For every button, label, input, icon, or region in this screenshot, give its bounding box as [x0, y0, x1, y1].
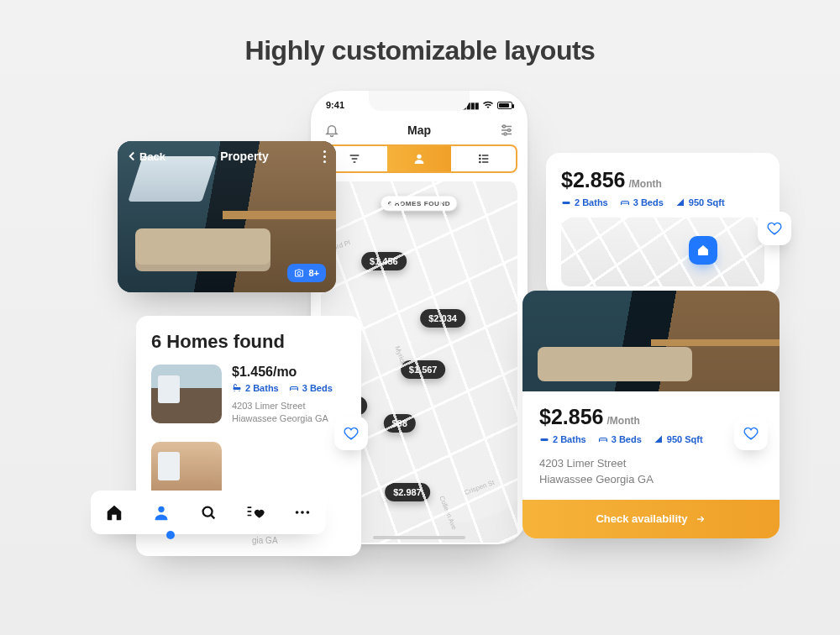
- price-pin[interactable]: $1.567: [401, 360, 446, 379]
- tab-indicator-dot: [166, 531, 175, 539]
- beds-spec: 3 Beds: [598, 434, 642, 444]
- tab-favorites[interactable]: [246, 503, 265, 522]
- check-availability-button[interactable]: Check availability: [522, 500, 780, 538]
- svg-point-11: [296, 511, 299, 514]
- back-button[interactable]: Back: [128, 150, 165, 163]
- tab-home[interactable]: [105, 503, 123, 522]
- cta-label: Check availability: [596, 512, 687, 525]
- photo-count-badge[interactable]: 8+: [287, 264, 326, 282]
- peek-text: gia GA: [252, 536, 278, 545]
- tab-search[interactable]: [199, 503, 218, 522]
- price-pin[interactable]: $1.456: [361, 252, 407, 270]
- baths-spec: 2 Baths: [561, 197, 608, 207]
- listing-hero-photo: [522, 291, 780, 391]
- listing-address: 4203 Limer Street Hiawassee Georgia GA: [539, 456, 763, 488]
- baths-spec: 2 Baths: [539, 434, 586, 444]
- map-street-label: Crispen St: [464, 479, 496, 496]
- beds-spec: 3 Beds: [289, 383, 333, 393]
- listing-map-preview[interactable]: [561, 218, 764, 286]
- tab-bar: [91, 491, 326, 534]
- svg-point-4: [479, 155, 480, 155]
- svg-point-3: [417, 155, 421, 159]
- svg-point-9: [158, 506, 164, 512]
- homes-found-chip: 6 HOMES FOUND: [381, 196, 458, 212]
- svg-point-5: [479, 158, 480, 159]
- price-pin[interactable]: $88: [383, 414, 415, 433]
- back-label: Back: [139, 150, 165, 163]
- price-pin[interactable]: $2.987: [385, 483, 430, 501]
- map-pin-icon: [689, 236, 717, 265]
- price-pin[interactable]: $2.034: [420, 309, 465, 328]
- svg-point-0: [503, 125, 506, 128]
- svg-point-7: [297, 272, 301, 276]
- svg-point-2: [504, 133, 507, 135]
- tab-profile[interactable]: [152, 503, 171, 522]
- map-street-label: Colleen Ave: [438, 495, 458, 531]
- baths-spec: 2 Baths: [232, 383, 279, 393]
- filter-user-button[interactable]: [387, 146, 452, 171]
- status-time: 9:41: [326, 100, 344, 110]
- listing-address: 4203 Limer Street Hiawassee Georgia GA: [232, 400, 346, 425]
- screen-title: Map: [407, 123, 431, 137]
- phone-notch: [369, 91, 470, 111]
- beds-spec: 3 Beds: [620, 197, 664, 207]
- photo-count-value: 8+: [308, 268, 319, 278]
- sqft-spec: 950 Sqft: [654, 434, 703, 444]
- svg-point-10: [203, 507, 213, 517]
- phone-header: Map: [311, 119, 528, 144]
- home-indicator: [373, 536, 465, 539]
- list-item[interactable]: $1.456/mo 2 Baths 3 Beds 4203 Limer Stre…: [151, 365, 346, 435]
- property-hero-card[interactable]: Back Property 8+: [118, 141, 336, 292]
- filter-list-button[interactable]: [451, 146, 516, 171]
- svg-point-1: [508, 129, 511, 132]
- svg-point-13: [307, 511, 310, 514]
- arrow-right-icon: [695, 514, 706, 524]
- svg-rect-8: [234, 387, 241, 390]
- more-icon[interactable]: [323, 150, 326, 163]
- map-street-label: Myrick Ave: [393, 345, 412, 378]
- bell-icon[interactable]: [324, 123, 339, 138]
- favorite-button[interactable]: [734, 417, 768, 450]
- filter-icon[interactable]: [499, 123, 514, 138]
- svg-point-12: [301, 511, 304, 514]
- page-title: Highly customizable layouts: [0, 35, 840, 66]
- listing-thumbnail: [151, 365, 222, 423]
- listing-compact-card[interactable]: $2.856/Month 2 Baths 3 Beds 950 Sqft: [546, 153, 780, 296]
- listing-detail-card: $2.856/Month 2 Baths 3 Beds 950 Sqft 420…: [522, 291, 780, 538]
- tab-more[interactable]: [293, 503, 312, 522]
- listing-price: $1.456/mo: [232, 365, 346, 380]
- favorite-button[interactable]: [758, 212, 791, 245]
- segmented-filter: [321, 144, 517, 173]
- homes-found-heading: 6 Homes found: [151, 331, 346, 353]
- svg-rect-14: [563, 202, 570, 204]
- listing-price: $2.856/Month: [561, 168, 764, 192]
- property-card-title: Property: [220, 150, 269, 163]
- svg-point-6: [479, 161, 480, 162]
- wifi-icon: [482, 100, 494, 110]
- listing-price: $2.856/Month: [539, 405, 763, 429]
- battery-icon: [497, 102, 512, 109]
- sqft-spec: 950 Sqft: [675, 197, 725, 207]
- svg-rect-15: [541, 438, 549, 441]
